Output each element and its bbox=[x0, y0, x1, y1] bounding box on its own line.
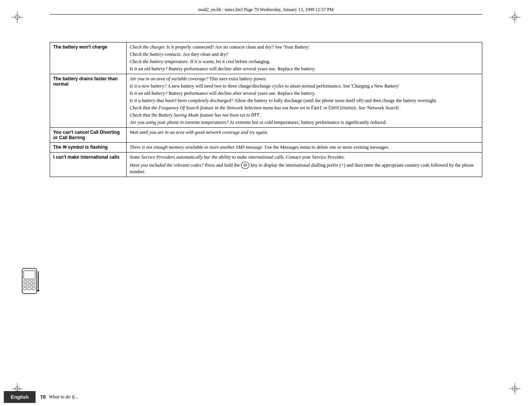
phone-icon bbox=[19, 268, 42, 294]
table-row: The ✉ symbol is flashing There is not en… bbox=[50, 143, 482, 153]
solution-line: Wait until you are in an area with good … bbox=[130, 130, 479, 135]
problem-text: The battery won't charge bbox=[53, 44, 107, 50]
solution-cell: Wait until you are in an area with good … bbox=[127, 128, 482, 143]
table-row: The battery drains faster than normal Ar… bbox=[50, 74, 482, 128]
page-container: mod2_en.bk : notes.fm5 Page 70 Wednesday… bbox=[0, 0, 532, 406]
svg-rect-15 bbox=[28, 281, 31, 283]
problem-text: The battery drains faster than normal bbox=[53, 76, 118, 87]
table-row: The battery won't charge Check the charg… bbox=[50, 42, 482, 74]
solution-cell: Check the charger. Is it properly connec… bbox=[127, 42, 482, 74]
solution-line: Check that the Battery Saving Mode featu… bbox=[130, 112, 479, 118]
svg-rect-18 bbox=[28, 284, 31, 286]
corner-mark-tr bbox=[509, 11, 521, 23]
problem-cell: The ✉ symbol is flashing bbox=[50, 143, 127, 153]
corner-mark-tl bbox=[11, 11, 23, 23]
page-number: 70 bbox=[40, 394, 46, 400]
solution-line: Is it an old battery? Battery performanc… bbox=[130, 91, 479, 96]
problem-text: I can't make international calls bbox=[53, 154, 120, 160]
svg-rect-16 bbox=[32, 281, 35, 283]
table-row: You can't cancel Call Diverting or Call … bbox=[50, 128, 482, 143]
svg-rect-21 bbox=[28, 287, 31, 290]
language-badge: English bbox=[4, 391, 36, 403]
solution-line: Are you in an area of variable coverage?… bbox=[130, 76, 479, 82]
bottom-bar: English 70 What to do if... bbox=[0, 388, 532, 406]
solution-cell: Some Service Providers automatically bar… bbox=[127, 153, 482, 177]
svg-marker-24 bbox=[37, 289, 39, 291]
problem-cell: The battery drains faster than normal bbox=[50, 74, 127, 128]
zero-key: 0• bbox=[241, 162, 249, 169]
svg-rect-22 bbox=[32, 287, 35, 290]
solution-line: Check the battery contacts. Are they cle… bbox=[130, 52, 479, 57]
problem-text: The ✉ symbol is flashing bbox=[53, 145, 108, 150]
page-header: mod2_en.bk : notes.fm5 Page 70 Wednesday… bbox=[50, 7, 482, 15]
solution-line: Check the battery temperature. If it is … bbox=[130, 59, 479, 65]
svg-rect-14 bbox=[24, 281, 27, 283]
solution-line: Some Service Providers automatically bar… bbox=[130, 154, 479, 160]
problem-cell: You can't cancel Call Diverting or Call … bbox=[50, 128, 127, 143]
problem-cell: I can't make international calls bbox=[50, 153, 127, 177]
table-row: I can't make international calls Some Se… bbox=[50, 153, 482, 177]
problem-cell: The battery won't charge bbox=[50, 42, 127, 74]
solution-cell: Are you in an area of variable coverage?… bbox=[127, 74, 482, 128]
svg-rect-17 bbox=[24, 284, 27, 286]
svg-rect-20 bbox=[24, 287, 27, 290]
solution-line: Is it an old battery? Battery performanc… bbox=[130, 66, 479, 72]
solution-line: Is it a battery that hasn't been complet… bbox=[130, 98, 479, 104]
solution-line: Check that the Frequency Of Search featu… bbox=[130, 105, 479, 111]
main-content: The battery won't charge Check the charg… bbox=[50, 42, 482, 177]
solution-line: Are you using your phone in extreme temp… bbox=[130, 120, 479, 125]
problem-text: You can't cancel Call Diverting or Call … bbox=[53, 130, 120, 140]
solution-line: There is not enough memory available to … bbox=[130, 145, 479, 150]
svg-rect-13 bbox=[24, 271, 35, 279]
solution-cell: There is not enough memory available to … bbox=[127, 143, 482, 153]
solution-line: Have you included the relevant codes? Pr… bbox=[130, 162, 479, 175]
solution-line: Check the charger. Is it properly connec… bbox=[130, 44, 479, 50]
solution-line: Is it a new battery? A new battery will … bbox=[130, 83, 479, 89]
trouble-table: The battery won't charge Check the charg… bbox=[50, 42, 482, 177]
header-text: mod2_en.bk : notes.fm5 Page 70 Wednesday… bbox=[198, 7, 334, 13]
page-subtitle: What to do if... bbox=[49, 394, 78, 400]
svg-rect-19 bbox=[32, 284, 35, 286]
